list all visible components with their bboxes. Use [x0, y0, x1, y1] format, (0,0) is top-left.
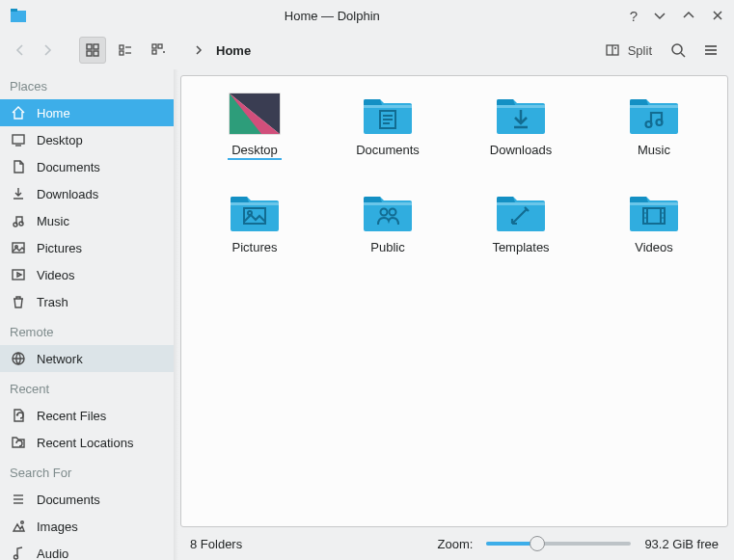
sidebar-item-documents[interactable]: Documents [0, 486, 174, 513]
file-item-label: Documents [352, 142, 423, 158]
sidebar-item-label: Music [37, 214, 69, 228]
file-item-desktop[interactable]: Desktop [193, 92, 316, 160]
sidebar-item-network[interactable]: Network [0, 345, 174, 372]
svg-rect-4 [87, 51, 92, 56]
svg-rect-10 [152, 44, 156, 48]
file-item-label: Downloads [486, 142, 556, 158]
trash-icon [10, 293, 27, 310]
svg-rect-41 [364, 105, 412, 108]
svg-rect-0 [11, 11, 26, 22]
sidebar-item-music[interactable]: Music [0, 207, 174, 234]
svg-rect-12 [152, 50, 156, 54]
sidebar-item-audio[interactable]: Audio [0, 540, 174, 560]
status-summary: 8 Folders [190, 537, 242, 551]
maximize-button[interactable] [682, 9, 695, 22]
minimize-button[interactable] [653, 9, 666, 22]
svg-rect-53 [364, 202, 412, 205]
hamburger-icon [702, 41, 720, 59]
sidebar-item-label: Recent Locations [37, 436, 133, 450]
svg-rect-56 [497, 202, 545, 205]
svg-rect-50 [231, 202, 279, 205]
section-header: Search For [0, 456, 174, 486]
places-panel: PlacesHomeDesktopDocumentsDownloadsMusic… [0, 69, 178, 560]
sidebar-item-label: Images [37, 520, 78, 534]
toolbar: Home Split [0, 31, 734, 69]
sidebar-item-videos[interactable]: Videos [0, 261, 174, 288]
sidebar-item-label: Pictures [37, 241, 82, 255]
svg-point-26 [14, 223, 17, 227]
svg-rect-1 [11, 9, 17, 12]
file-item-label: Public [367, 239, 408, 255]
file-item-label: Templates [488, 239, 553, 255]
sidebar-item-documents[interactable]: Documents [0, 153, 174, 180]
pictures-icon [10, 239, 27, 256]
close-button[interactable] [711, 9, 724, 22]
svg-rect-7 [120, 51, 123, 55]
sidebar-item-trash[interactable]: Trash [0, 288, 174, 315]
menu-button[interactable] [697, 37, 724, 64]
folder-public-icon [361, 189, 415, 233]
svg-point-35 [21, 521, 24, 524]
back-button[interactable] [10, 40, 31, 61]
svg-point-27 [19, 222, 23, 226]
split-icon [605, 42, 620, 58]
folder-videos-icon [627, 189, 681, 233]
recent-locations-icon [10, 434, 27, 451]
folder-pictures-icon [228, 189, 282, 233]
sidebar-item-pictures[interactable]: Pictures [0, 234, 174, 261]
file-item-label: Pictures [229, 239, 282, 255]
zoom-label: Zoom: [438, 537, 474, 551]
folder-documents-icon [361, 92, 415, 136]
sidebar-item-home[interactable]: Home [0, 99, 174, 126]
file-item-documents[interactable]: Documents [326, 92, 449, 160]
sidebar-item-recent-locations[interactable]: Recent Locations [0, 429, 174, 456]
file-item-videos[interactable]: Videos [592, 189, 716, 255]
svg-rect-3 [94, 44, 98, 49]
sidebar-item-images[interactable]: Images [0, 513, 174, 540]
sidebar-item-label: Trash [37, 295, 68, 309]
split-button[interactable]: Split [598, 37, 659, 64]
svg-rect-2 [87, 44, 92, 49]
search-button[interactable] [665, 37, 692, 64]
split-label: Split [628, 43, 652, 58]
search-doc-icon [10, 491, 27, 508]
file-item-templates[interactable]: Templates [459, 189, 583, 255]
svg-rect-24 [13, 135, 24, 144]
breadcrumb[interactable]: Home [216, 43, 251, 58]
view-icons-button[interactable] [79, 37, 106, 64]
svg-line-20 [681, 53, 685, 57]
desktop-icon [10, 131, 27, 148]
sidebar-item-recent-files[interactable]: Recent Files [0, 402, 174, 429]
file-item-downloads[interactable]: Downloads [459, 92, 583, 160]
folder-templates-icon [494, 189, 548, 233]
sidebar-item-label: Downloads [37, 187, 98, 201]
folder-downloads-icon [494, 92, 548, 136]
sidebar-item-downloads[interactable]: Downloads [0, 180, 174, 207]
section-header: Remote [0, 315, 174, 345]
folder-music-icon [627, 92, 681, 136]
home-icon [10, 104, 27, 121]
sidebar-item-label: Documents [37, 493, 100, 507]
help-button[interactable]: ? [630, 8, 638, 24]
zoom-slider[interactable] [486, 536, 631, 551]
sidebar-item-label: Audio [37, 547, 68, 561]
forward-button[interactable] [37, 40, 58, 61]
sidebar-item-label: Documents [37, 160, 100, 174]
sidebar-item-label: Home [37, 106, 70, 120]
network-icon [10, 350, 27, 367]
file-item-pictures[interactable]: Pictures [193, 189, 316, 255]
file-view[interactable]: Desktop Documents Downloads Music Pictur… [180, 75, 728, 527]
section-header: Places [0, 69, 174, 99]
documents-icon [10, 158, 27, 175]
view-details-button[interactable] [145, 37, 172, 64]
view-compact-button[interactable] [112, 37, 139, 64]
free-space: 93.2 GiB free [644, 537, 719, 551]
file-item-music[interactable]: Music [592, 92, 716, 160]
search-icon [669, 41, 687, 59]
desktop-wallpaper-icon [228, 92, 282, 136]
sidebar-item-desktop[interactable]: Desktop [0, 126, 174, 153]
file-item-public[interactable]: Public [326, 189, 449, 255]
search-img-icon [10, 518, 27, 535]
app-icon [10, 7, 27, 24]
svg-rect-46 [497, 105, 545, 108]
